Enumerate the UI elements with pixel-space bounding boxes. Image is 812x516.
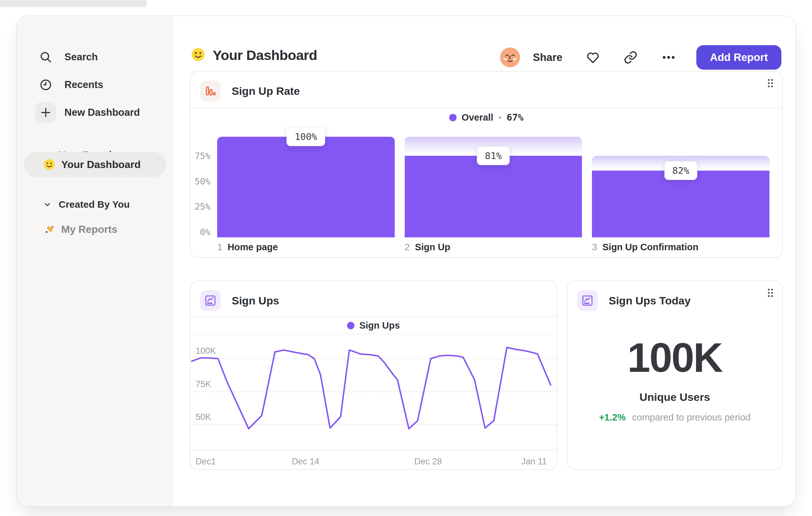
search-icon [35, 47, 56, 67]
smiley-icon [43, 158, 55, 171]
card-title: Sign Ups [232, 294, 279, 307]
funnel-bar-fill [405, 156, 582, 237]
step-index: 1 [217, 242, 222, 252]
step-name: Home page [228, 242, 278, 252]
line-chart-icon [577, 290, 598, 311]
funnel-bar[interactable]: 82% [592, 137, 770, 237]
line-x-tick: Dec 28 [414, 457, 442, 467]
legend-value: 67% [506, 112, 523, 123]
funnel-bar-tooltip: 81% [477, 146, 510, 165]
background-window-edge [0, 0, 147, 7]
funnel-y-tick: 0% [191, 227, 210, 237]
sidebar-item-your-dashboard[interactable]: Your Dashboard [24, 152, 166, 177]
legend-label: Overall [462, 112, 493, 123]
step-index: 3 [592, 242, 597, 252]
line-chart-plot[interactable]: 100K75K50K [191, 335, 558, 450]
funnel-y-tick: 50% [191, 176, 210, 187]
sign-up-rate-card: Sign Up Rate Overall • 67% 75%50%25%0% 1… [190, 71, 783, 258]
sidebar-item-label: New Dashboard [64, 107, 140, 118]
sidebar-section-label: Created By You [59, 199, 130, 210]
plus-icon [35, 102, 56, 123]
clock-icon [35, 75, 56, 95]
avatar[interactable] [500, 47, 520, 67]
line-legend[interactable]: Sign Ups [191, 317, 556, 334]
legend-label: Sign Ups [359, 320, 400, 331]
sidebar-item-my-reports[interactable]: My Reports [24, 217, 166, 242]
sidebar: Search Recents New Dashboard [17, 16, 173, 506]
funnel-step-label: 1Home page [217, 242, 395, 252]
sidebar-item-label: Your Dashboard [61, 159, 141, 171]
sidebar-item-label: My Reports [61, 223, 117, 236]
drag-handle-icon[interactable] [761, 283, 780, 302]
share-button[interactable]: Share [533, 51, 562, 63]
line-y-tick: 100K [196, 346, 216, 356]
step-index: 2 [405, 242, 410, 252]
divider [191, 108, 782, 108]
funnel-y-tick: 25% [191, 201, 210, 212]
card-title: Sign Ups Today [609, 294, 691, 307]
step-name: Sign Up [415, 242, 451, 252]
legend-dot [449, 114, 457, 121]
sign-ups-today-card: Sign Ups Today 100K Unique Users +1.2% c… [567, 280, 783, 470]
sidebar-item-recents[interactable]: Recents [17, 74, 173, 96]
heart-icon [585, 50, 600, 65]
funnel-bar[interactable]: 100% [217, 137, 395, 237]
copy-link-button[interactable] [624, 50, 638, 64]
app-window: Search Recents New Dashboard [16, 16, 796, 507]
funnel-y-tick: 75% [191, 151, 210, 161]
line-x-tick: Jan 11 [521, 457, 547, 467]
ellipsis-icon [661, 50, 676, 65]
funnel-bar-fill [592, 171, 770, 237]
sidebar-item-new-dashboard[interactable]: New Dashboard [17, 101, 173, 124]
card-title: Sign Up Rate [232, 85, 300, 98]
step-name: Sign Up Confirmation [602, 242, 698, 252]
stat-caption: Unique Users [568, 391, 782, 403]
line-x-tick: Dec1 [196, 457, 216, 467]
funnel-bar-fill [217, 137, 395, 237]
line-y-tick: 50K [196, 412, 211, 422]
sidebar-item-search[interactable]: Search [17, 46, 173, 69]
sidebar-item-label: Search [64, 51, 98, 63]
more-options-button[interactable] [661, 50, 676, 65]
page-title: Your Dashboard [213, 47, 317, 63]
funnel-step-label: 2Sign Up [405, 242, 582, 252]
delta-caption: compared to previous period [632, 412, 751, 423]
funnel-bar-tooltip: 100% [286, 127, 325, 146]
sign-ups-card: Sign Ups Sign Ups 100K75K50K Dec1Dec 14D… [190, 280, 557, 470]
favorite-heart-button[interactable] [585, 50, 600, 65]
funnel-bar[interactable]: 81% [405, 137, 582, 237]
delta-value: +1.2% [599, 412, 626, 423]
line-x-tick: Dec 14 [292, 457, 319, 467]
sidebar-item-label: Recents [64, 79, 104, 91]
stat-value: 100K [568, 337, 782, 379]
sidebar-section-created-by-you[interactable]: Created By You [17, 195, 173, 214]
funnel-bars-icon [200, 81, 221, 101]
legend-separator: • [498, 113, 501, 123]
funnel-plot[interactable]: 75%50%25%0% 100%81%82% [191, 137, 782, 237]
link-icon [624, 50, 638, 64]
legend-dot [347, 322, 354, 329]
add-report-button[interactable]: Add Report [696, 45, 781, 70]
funnel-x-labels: 1Home page2Sign Up3Sign Up Confirmation [217, 242, 770, 252]
funnel-legend[interactable]: Overall • 67% [191, 112, 782, 123]
funnel-step-label: 3Sign Up Confirmation [592, 242, 770, 252]
line-chart-icon [200, 290, 221, 311]
drag-handle-icon[interactable] [761, 74, 780, 93]
line-x-axis: Dec1Dec 14Dec 28Jan 11 [191, 450, 556, 469]
pencil-icon [43, 223, 55, 236]
line-y-tick: 75K [196, 379, 211, 389]
sign-ups-line-series [192, 347, 551, 429]
smiley-icon [191, 47, 206, 63]
funnel-bar-tooltip: 82% [664, 161, 697, 180]
stat-delta: +1.2% compared to previous period [568, 412, 782, 423]
chevron-down-icon [43, 200, 52, 209]
